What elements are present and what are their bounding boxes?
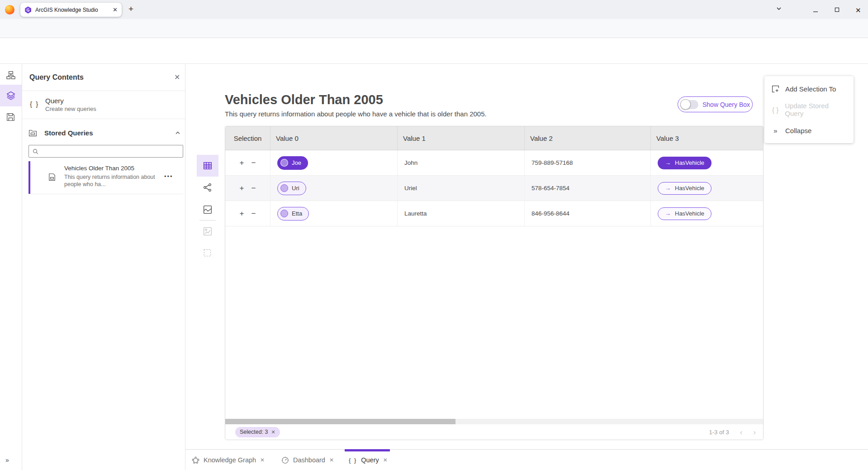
dashboard-icon (281, 456, 289, 464)
horizontal-scrollbar[interactable] (225, 419, 763, 424)
stored-query-item[interactable]: Vehicles Older Than 2005 This query retu… (28, 161, 183, 194)
add-selection-button[interactable]: + (240, 210, 244, 217)
column-header-value1[interactable]: Value 1 (398, 126, 525, 150)
arrow-right-icon: → (665, 211, 671, 216)
stored-query-description: people who ha... (64, 181, 106, 187)
menu-item-collapse[interactable]: » Collapse (764, 120, 854, 141)
expand-sidebar-button[interactable]: » (5, 456, 8, 464)
menu-item-label: Add Selection To (785, 85, 836, 93)
select-tool-icon[interactable] (203, 249, 212, 258)
pagination-prev-icon[interactable]: ‹ (740, 428, 743, 436)
value0-cell: Uri (270, 176, 398, 201)
remove-selection-button[interactable]: − (251, 159, 256, 167)
arrow-right-icon: → (665, 160, 671, 166)
show-query-box-toggle[interactable]: Show Query Box (678, 96, 753, 112)
knowledge-graph-icon (192, 456, 199, 464)
tab-close-icon[interactable]: ✕ (113, 7, 118, 13)
more-options-icon[interactable]: ••• (164, 173, 173, 180)
value1-cell: Uriel (398, 176, 525, 201)
folder-icon (28, 129, 37, 137)
value2-cell: 578-654-7854 (525, 176, 651, 201)
toggle-track[interactable] (681, 100, 698, 109)
menu-item-add-selection-to[interactable]: Add Selection To (764, 78, 854, 99)
entity-pill[interactable]: Uri (277, 182, 306, 195)
query-contents-panel: Query Contents ✕ { } Query Create new qu… (22, 64, 185, 470)
value1-cell: Lauretta (398, 201, 525, 226)
table-row: + − Etta Lauretta 846-956-8644 → HasVehi… (225, 201, 763, 226)
entity-pill-label: Uri (292, 185, 299, 192)
divider (22, 91, 185, 91)
tab-close-icon[interactable]: ✕ (260, 457, 265, 463)
selected-count-chip[interactable]: Selected: 3 ✕ (235, 427, 280, 437)
layers-icon[interactable] (6, 91, 15, 100)
window-minimize-icon[interactable] (813, 9, 818, 14)
column-header-selection[interactable]: Selection (225, 126, 270, 150)
page-description: This query returns information about peo… (225, 110, 487, 118)
tab-query[interactable]: { } Query ✕ (349, 450, 388, 470)
relationship-pill[interactable]: → HasVehicle (658, 157, 711, 169)
search-icon (33, 149, 38, 154)
column-header-value3[interactable]: Value 3 (651, 126, 763, 150)
tab-label: Knowledge Graph (204, 456, 256, 464)
selected-count-label: Selected: 3 (240, 429, 268, 435)
relationship-pill-label: HasVehicle (675, 210, 704, 217)
relationship-pill[interactable]: → HasVehicle (658, 207, 711, 220)
entity-pill[interactable]: Etta (277, 207, 309, 221)
save-icon[interactable] (6, 113, 15, 122)
results-table: Selection Value 0 Value 1 Value 2 Value … (225, 126, 764, 440)
value3-cell: → HasVehicle (651, 150, 763, 175)
tab-close-icon[interactable]: ✕ (383, 457, 388, 463)
list-tabs-icon[interactable] (776, 6, 782, 11)
window-maximize-icon[interactable] (835, 7, 840, 12)
entity-pill[interactable]: Joe (277, 156, 308, 170)
browser-navbar: ← → ↻ https://dev0028833.esri.com/portal… (0, 19, 868, 38)
data-model-icon[interactable] (6, 71, 15, 80)
stored-queries-search[interactable] (28, 145, 183, 158)
table-view-icon[interactable] (203, 161, 212, 170)
menu-item-update-stored-query[interactable]: { } Update Stored Query (764, 99, 854, 120)
value3-cell: → HasVehicle (651, 201, 763, 226)
tab-label: Dashboard (293, 456, 325, 464)
add-selection-button[interactable]: + (240, 159, 244, 167)
stored-query-icon (48, 173, 56, 181)
browser-tab[interactable]: ArcGIS Knowledge Studio ✕ (20, 3, 122, 17)
value0-cell: Joe (270, 150, 398, 175)
scrollbar-thumb[interactable] (225, 419, 455, 424)
clear-selection-icon[interactable]: ✕ (271, 430, 275, 435)
new-tab-button[interactable]: + (128, 4, 133, 14)
browser-window: ArcGIS Knowledge Studio ✕ + ✕ ← → ↻ http… (0, 0, 868, 470)
firefox-icon[interactable] (5, 5, 14, 14)
selection-cell: + − (225, 201, 270, 226)
pagination-next-icon[interactable]: › (753, 428, 756, 436)
braces-icon: { } (772, 106, 779, 114)
relationship-pill-label: HasVehicle (675, 159, 704, 166)
table-header-row: Selection Value 0 Value 1 Value 2 Value … (225, 126, 763, 150)
stored-queries-search-input[interactable] (41, 148, 179, 155)
toggle-knob[interactable] (680, 99, 691, 110)
add-selection-button[interactable]: + (240, 184, 244, 192)
link-chart-icon[interactable] (203, 183, 212, 192)
relationship-pill[interactable]: → HasVehicle (658, 182, 711, 195)
divider (22, 119, 185, 119)
tab-knowledge-graph[interactable]: Knowledge Graph ✕ (192, 450, 265, 470)
table-row: + − Joe John 759-889-57168 → HasVehicle (225, 150, 763, 176)
remove-selection-button[interactable]: − (251, 184, 256, 192)
add-to-map-icon[interactable] (203, 227, 212, 236)
left-icon-rail: » (0, 64, 22, 470)
column-header-value2[interactable]: Value 2 (525, 126, 651, 150)
entity-avatar-icon (280, 210, 288, 217)
tab-close-icon[interactable]: ✕ (329, 457, 334, 463)
map-view-icon[interactable] (203, 205, 212, 214)
selection-cell: + − (225, 176, 270, 201)
pagination-label: 1-3 of 3 (709, 429, 729, 436)
window-close-icon[interactable]: ✕ (855, 6, 861, 14)
query-item-title: Query (45, 97, 64, 105)
column-header-value0[interactable]: Value 0 (270, 126, 398, 150)
stored-query-title: Vehicles Older Than 2005 (64, 165, 134, 172)
tab-dashboard[interactable]: Dashboard ✕ (281, 450, 334, 470)
panel-close-icon[interactable]: ✕ (174, 73, 180, 82)
remove-selection-button[interactable]: − (251, 210, 256, 217)
table-footer: Selected: 3 ✕ 1-3 of 3 ‹ › (225, 424, 763, 440)
chevron-up-icon[interactable] (175, 130, 180, 136)
menu-item-label: Collapse (785, 127, 811, 134)
